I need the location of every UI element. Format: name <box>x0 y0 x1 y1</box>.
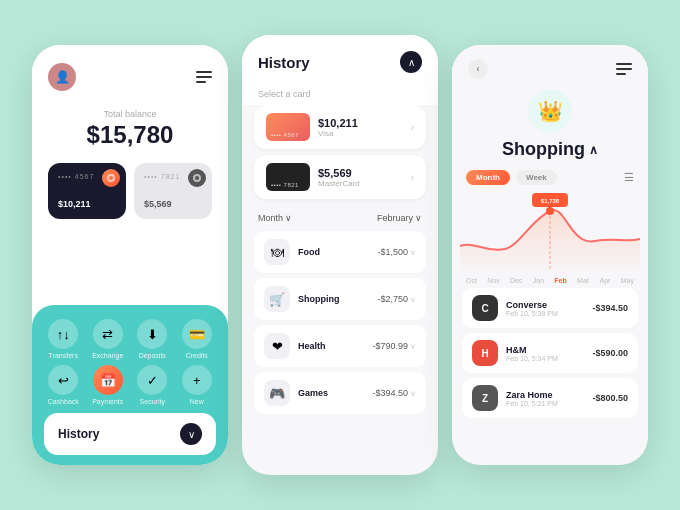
phone-3-header: ‹ <box>452 45 648 83</box>
tx-zara[interactable]: Z Zara Home Feb 10, 5:21 PM -$800.50 <box>462 378 638 418</box>
tx-hm[interactable]: H H&M Feb 10, 5:34 PM -$590.00 <box>462 333 638 373</box>
card-icon-1 <box>102 169 120 187</box>
card-select-coral[interactable]: •••• 4567 $10,211 Visa › <box>254 105 426 149</box>
tx-health-name: Health <box>298 341 364 351</box>
tx-hm-amount: -$590.00 <box>592 348 628 358</box>
card-icon-inner-2 <box>193 174 201 182</box>
exchange-label: Exchange <box>92 352 123 359</box>
card-select-dark[interactable]: •••• 7821 $5,569 MasterCard › <box>254 155 426 199</box>
credits-icon: 💳 <box>182 319 212 349</box>
health-icon: ❤ <box>264 333 290 359</box>
action-new[interactable]: + New <box>178 365 217 405</box>
back-button[interactable]: ‹ <box>468 59 488 79</box>
shopping-title: Shopping ∧ <box>502 139 598 160</box>
tx-converse[interactable]: C Converse Feb 10, 5:38 PM -$394.50 <box>462 288 638 328</box>
shopping-icon-area: 👑 Shopping ∧ <box>452 83 648 164</box>
transfers-label: Transfers <box>49 352 78 359</box>
phone-1-header: 👤 <box>48 63 212 91</box>
calendar-icon[interactable]: ☰ <box>624 171 634 184</box>
history-chevron-button[interactable]: ∨ <box>180 423 202 445</box>
tx-shopping-name: Shopping <box>298 294 369 304</box>
period-tabs: Month Week ☰ <box>452 164 648 191</box>
tx-zara-brand: Zara Home <box>506 390 584 400</box>
card-select-amount-1: $10,211 <box>318 117 403 129</box>
card-amount-1: $10,211 <box>58 199 116 209</box>
menu-icon-3[interactable] <box>616 63 632 75</box>
shopping-icon: 🛒 <box>264 286 290 312</box>
tx-food-name: Food <box>298 247 369 257</box>
tx-games[interactable]: 🎮 Games -$394.50 ∨ <box>254 372 426 414</box>
quick-actions-grid: ↑↓ Transfers ⇄ Exchange ⬇ Deposits 💳 Cre… <box>44 319 216 405</box>
tx-hm-brand: H&M <box>506 345 584 355</box>
phone-2-header: History ∧ <box>242 35 438 81</box>
tx-shopping[interactable]: 🛒 Shopping -$2,750 ∨ <box>254 278 426 320</box>
period-filter-chevron: ∨ <box>415 213 422 223</box>
card-select-info-1: $10,211 Visa <box>318 117 403 138</box>
phone-3: ‹ 👑 Shopping ∧ Month Week ☰ <box>452 45 648 465</box>
hm-logo: H <box>472 340 498 366</box>
action-cashback[interactable]: ↩ Cashback <box>44 365 83 405</box>
credits-label: Credits <box>186 352 208 359</box>
tx-shopping-amount: -$2,750 ∨ <box>377 294 416 304</box>
security-label: Security <box>140 398 165 405</box>
chart-label-mar: Mar <box>577 277 589 284</box>
tx-zara-amount: -$800.50 <box>592 393 628 403</box>
phone-1-top: 👤 Total balance $15,780 •••• 4567 $10,21… <box>32 45 228 305</box>
total-balance-amount: $15,780 <box>48 121 212 149</box>
chart-label-feb: Feb <box>554 277 566 284</box>
transaction-list: 🍽 Food -$1,500 ∨ 🛒 Shopping -$2,750 ∨ ❤ … <box>242 231 438 475</box>
chart-label-may: May <box>621 277 634 284</box>
deposits-icon: ⬇ <box>137 319 167 349</box>
month-filter[interactable]: Month ∨ <box>258 213 292 223</box>
phone-2-title: History <box>258 54 310 71</box>
converse-logo: C <box>472 295 498 321</box>
history-label: History <box>58 427 99 441</box>
card-amount-2: $5,569 <box>144 199 202 209</box>
avatar[interactable]: 👤 <box>48 63 76 91</box>
menu-icon[interactable] <box>196 71 212 83</box>
card-icon-inner-1 <box>107 174 115 182</box>
action-security[interactable]: ✓ Security <box>133 365 172 405</box>
history-bar: History ∨ <box>44 413 216 455</box>
exchange-icon: ⇄ <box>93 319 123 349</box>
card-preview-coral: •••• 4567 <box>266 113 310 141</box>
month-filter-chevron: ∨ <box>285 213 292 223</box>
action-deposits[interactable]: ⬇ Deposits <box>133 319 172 359</box>
payments-label: Payments <box>92 398 123 405</box>
food-icon: 🍽 <box>264 239 290 265</box>
card-light[interactable]: •••• 7821 $5,569 <box>134 163 212 219</box>
tx-games-amount: -$394.50 ∨ <box>372 388 416 398</box>
tx-food[interactable]: 🍽 Food -$1,500 ∨ <box>254 231 426 273</box>
action-credits[interactable]: 💳 Credits <box>178 319 217 359</box>
tx-health[interactable]: ❤ Health -$790.99 ∨ <box>254 325 426 367</box>
tx-hm-date: Feb 10, 5:34 PM <box>506 355 584 362</box>
phone-1: 👤 Total balance $15,780 •••• 4567 $10,21… <box>32 45 228 465</box>
card-dark[interactable]: •••• 4567 $10,211 <box>48 163 126 219</box>
chart-label-jan: Jan <box>533 277 544 284</box>
action-exchange[interactable]: ⇄ Exchange <box>89 319 128 359</box>
tx-health-amount: -$790.99 ∨ <box>372 341 416 351</box>
cashback-label: Cashback <box>48 398 79 405</box>
action-payments[interactable]: 📅 Payments <box>89 365 128 405</box>
chart-label-apr: Apr <box>599 277 610 284</box>
new-icon: + <box>182 365 212 395</box>
phone-2: History ∧ Select a card •••• 4567 $10,21… <box>242 35 438 475</box>
action-transfers[interactable]: ↑↓ Transfers <box>44 319 83 359</box>
filter-row: Month ∨ February ∨ <box>242 205 438 231</box>
tx-list-3: C Converse Feb 10, 5:38 PM -$394.50 H H&… <box>452 288 648 465</box>
tx-converse-date: Feb 10, 5:38 PM <box>506 310 584 317</box>
card-preview-dark: •••• 7821 <box>266 163 310 191</box>
tx-hm-info: H&M Feb 10, 5:34 PM <box>506 345 584 362</box>
tab-month[interactable]: Month <box>466 170 510 185</box>
period-filter[interactable]: February ∨ <box>377 213 422 223</box>
tab-week[interactable]: Week <box>516 170 557 185</box>
tx-converse-amount: -$394.50 <box>592 303 628 313</box>
zara-logo: Z <box>472 385 498 411</box>
tx-zara-info: Zara Home Feb 10, 5:21 PM <box>506 390 584 407</box>
chart-area: $1,738 <box>460 191 640 271</box>
chart-label-dec: Dec <box>510 277 522 284</box>
up-arrow-button[interactable]: ∧ <box>400 51 422 73</box>
tx-games-name: Games <box>298 388 364 398</box>
shopping-title-chevron[interactable]: ∧ <box>589 143 598 157</box>
card-select-type-1: Visa <box>318 129 403 138</box>
